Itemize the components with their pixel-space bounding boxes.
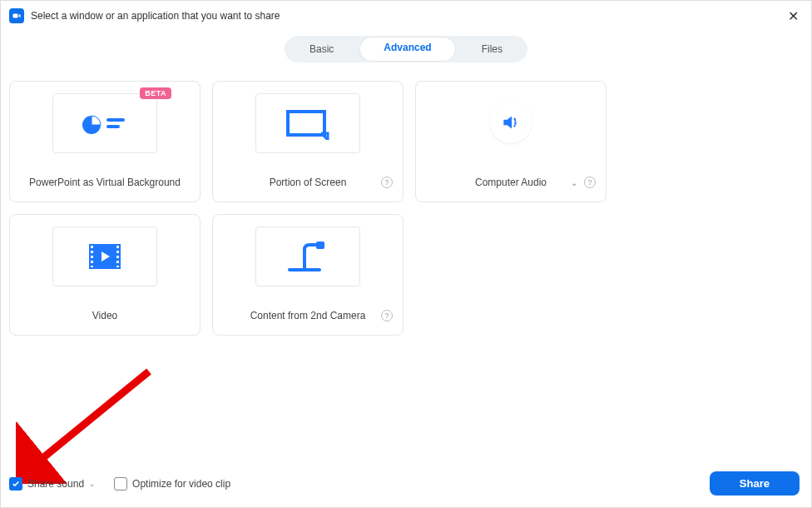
svg-rect-2 (106, 118, 125, 122)
help-icon[interactable]: ? (381, 310, 393, 321)
share-button[interactable]: Share (710, 471, 800, 496)
portion-preview (255, 93, 360, 153)
video-preview (52, 227, 157, 286)
option-label: Video (92, 310, 117, 321)
svg-rect-0 (13, 14, 18, 18)
desk-camera-icon (285, 238, 331, 275)
svg-rect-4 (288, 112, 324, 135)
beta-badge: BETA (140, 87, 171, 99)
powerpoint-vb-preview: BETA (52, 93, 157, 153)
share-sound-checkbox[interactable] (9, 477, 22, 491)
close-button[interactable]: ✕ (783, 6, 803, 26)
title-bar: Select a window or an application that y… (1, 1, 811, 31)
share-sound-chevron-icon[interactable]: ⌄ (89, 480, 96, 488)
second-camera-preview (255, 227, 360, 286)
svg-rect-13 (116, 246, 119, 248)
footer-bar: Share sound ⌄ Optimize for video clip Sh… (1, 463, 811, 507)
svg-rect-10 (91, 256, 93, 258)
svg-rect-16 (116, 261, 119, 263)
option-label: PowerPoint as Virtual Background (29, 177, 181, 188)
svg-rect-3 (106, 125, 120, 128)
tab-advanced[interactable]: Advanced (360, 37, 454, 61)
option-label: Content from 2nd Camera (250, 310, 366, 321)
svg-rect-12 (91, 266, 93, 267)
tab-bar: Basic Advanced Files (1, 36, 811, 62)
svg-rect-15 (116, 256, 119, 258)
tab-basic[interactable]: Basic (285, 37, 359, 61)
svg-line-21 (27, 371, 149, 471)
help-icon[interactable]: ? (584, 177, 596, 188)
svg-rect-20 (316, 242, 324, 249)
svg-rect-17 (116, 266, 119, 267)
option-video[interactable]: Video (9, 214, 201, 336)
chevron-down-icon[interactable]: ⌄ (571, 178, 577, 187)
slide-pie-icon (80, 108, 130, 138)
share-sound-label: Share sound (27, 478, 84, 490)
option-portion-of-screen[interactable]: Portion of Screen ? (212, 81, 404, 202)
filmstrip-icon (84, 240, 126, 273)
zoom-app-icon (9, 8, 24, 23)
svg-rect-11 (91, 261, 93, 263)
audio-preview (490, 102, 532, 143)
portion-rect-icon (285, 107, 331, 140)
option-computer-audio[interactable]: Computer Audio ⌄ ? (415, 81, 607, 202)
svg-rect-9 (91, 251, 93, 253)
speaker-icon (500, 112, 522, 133)
tab-files[interactable]: Files (457, 37, 527, 61)
optimize-video-label: Optimize for video clip (132, 478, 230, 490)
option-label: Computer Audio (475, 177, 547, 188)
optimize-video-checkbox[interactable] (114, 477, 127, 491)
option-second-camera[interactable]: Content from 2nd Camera ? (212, 214, 404, 336)
help-icon[interactable]: ? (381, 177, 393, 188)
svg-rect-14 (116, 251, 119, 253)
option-label: Portion of Screen (270, 177, 347, 188)
svg-rect-8 (91, 246, 93, 248)
share-options-grid: BETA PowerPoint as Virtual Background Po… (1, 62, 811, 336)
window-title: Select a window or an application that y… (31, 10, 783, 22)
option-powerpoint-vb[interactable]: BETA PowerPoint as Virtual Background (9, 81, 201, 202)
